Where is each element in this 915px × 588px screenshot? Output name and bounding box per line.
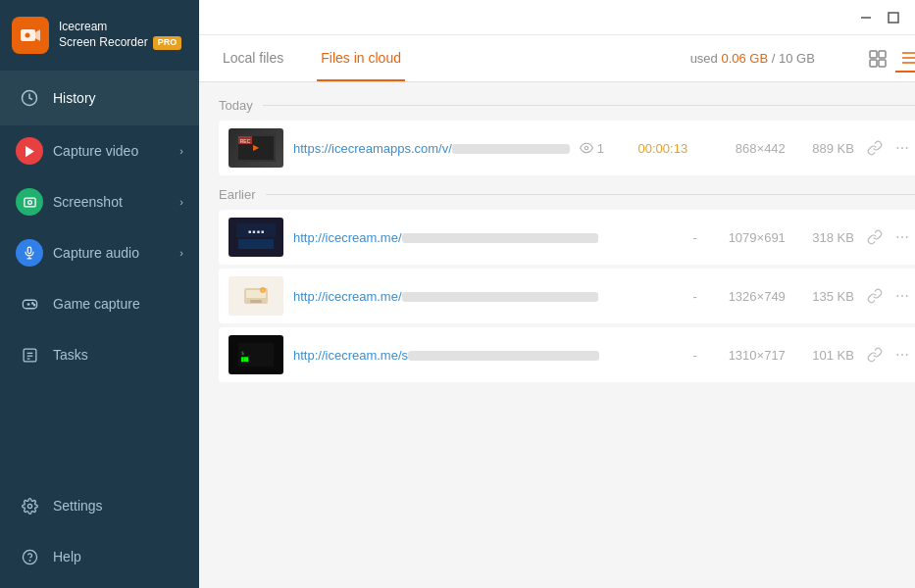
table-row: ! http://icecream.me/ - 1326×749 135 KB: [219, 269, 915, 323]
file-dims: 1326×749: [707, 289, 786, 304]
file-views: 1: [580, 141, 619, 156]
tasks-icon: [16, 341, 43, 368]
more-options-button[interactable]: [891, 344, 913, 366]
svg-point-39: [896, 147, 898, 149]
sidebar-item-screenshot[interactable]: Screenshot ›: [0, 176, 199, 227]
svg-point-46: [896, 236, 898, 238]
svg-point-14: [33, 304, 34, 305]
copy-link-button[interactable]: [864, 226, 886, 248]
storage-info: used 0.06 GB / 10 GB: [690, 51, 815, 66]
file-duration: 00:00:13: [629, 141, 697, 156]
svg-marker-1: [35, 29, 40, 41]
file-url[interactable]: http://icecream.me/: [293, 230, 609, 245]
minimize-button[interactable]: [852, 8, 880, 27]
file-dims: -: [619, 230, 697, 245]
file-size: 135 KB: [795, 289, 854, 304]
svg-point-48: [906, 236, 908, 238]
sidebar-item-capture-audio[interactable]: Capture audio ›: [0, 227, 199, 278]
file-dims: 1079×691: [707, 230, 786, 245]
screenshot-icon: [16, 188, 43, 216]
svg-rect-29: [879, 60, 886, 67]
copy-link-button[interactable]: [864, 285, 886, 307]
file-actions: [864, 285, 913, 307]
url-blurred: [402, 233, 598, 243]
file-url[interactable]: http://icecream.me/: [293, 289, 609, 304]
storage-used: 0.06 GB: [721, 51, 768, 66]
svg-point-40: [901, 147, 903, 149]
view-toggle: [864, 45, 915, 73]
svg-rect-44: [238, 239, 274, 249]
svg-text:▶: ▶: [253, 143, 260, 152]
svg-point-13: [31, 302, 32, 303]
sidebar-label-game-capture: Game capture: [53, 296, 183, 312]
file-dims: 868×442: [707, 141, 786, 156]
svg-point-64: [906, 354, 908, 356]
chevron-right-icon: ›: [179, 145, 183, 157]
more-options-button[interactable]: [891, 137, 913, 159]
file-actions: [864, 137, 913, 159]
tab-local-files[interactable]: Local files: [219, 36, 287, 81]
chevron-right-icon-2: ›: [179, 196, 183, 208]
file-actions: [864, 226, 913, 248]
svg-point-63: [901, 354, 903, 356]
sidebar-item-settings[interactable]: Settings: [0, 480, 199, 531]
svg-marker-4: [25, 145, 34, 156]
help-icon: [16, 543, 43, 570]
file-size: 889 KB: [795, 141, 854, 156]
app-header: Icecream Screen Recorder PRO: [0, 0, 199, 71]
svg-point-19: [27, 504, 31, 508]
more-options-button[interactable]: [891, 285, 913, 307]
file-thumbnail: ■ ■ ■ ■: [229, 218, 283, 257]
sidebar-item-help[interactable]: Help: [0, 531, 199, 582]
svg-point-55: [896, 295, 898, 297]
svg-point-41: [906, 147, 908, 149]
maximize-button[interactable]: [880, 8, 907, 27]
svg-rect-52: [250, 300, 262, 303]
sidebar-item-game-capture[interactable]: Game capture: [0, 278, 199, 329]
svg-point-6: [27, 200, 31, 204]
file-url[interactable]: http://icecream.me/s: [293, 348, 609, 363]
sidebar-item-history[interactable]: History: [0, 71, 199, 125]
app-name-line2: Screen Recorder PRO: [59, 35, 181, 51]
capture-audio-icon: [16, 239, 43, 267]
file-url[interactable]: https://icecreamapps.com/v/: [293, 141, 570, 156]
copy-link-button[interactable]: [864, 137, 886, 159]
svg-point-38: [585, 146, 588, 150]
settings-icon: [16, 492, 43, 519]
svg-rect-26: [870, 51, 877, 58]
game-icon: [16, 290, 43, 318]
svg-point-56: [901, 295, 903, 297]
copy-link-button[interactable]: [864, 344, 886, 366]
table-row: $ _ ███ http://icecream.me/s - 1310×717 …: [219, 327, 915, 382]
tab-files-in-cloud[interactable]: Files in cloud: [317, 36, 405, 81]
app-title-block: Icecream Screen Recorder PRO: [59, 20, 181, 50]
url-blurred: [402, 292, 598, 302]
tabbar: Local files Files in cloud used 0.06 GB …: [199, 35, 915, 82]
svg-point-20: [23, 550, 36, 564]
section-earlier: Earlier: [219, 187, 915, 202]
file-size: 101 KB: [795, 348, 854, 363]
sidebar-label-capture-video: Capture video: [53, 143, 179, 159]
section-today: Today: [219, 98, 915, 113]
grid-view-button[interactable]: [864, 45, 891, 73]
svg-rect-27: [879, 51, 886, 58]
sidebar-label-screenshot: Screenshot: [53, 194, 179, 210]
file-dims: 1310×717: [707, 348, 786, 363]
list-view-button[interactable]: [895, 45, 915, 73]
sidebar-item-tasks[interactable]: Tasks: [0, 329, 199, 380]
file-views: -: [619, 348, 697, 363]
pro-badge: PRO: [153, 36, 182, 50]
table-row: ■ ■ ■ ■ http://icecream.me/ - 1079×691 3…: [219, 210, 915, 265]
sidebar-item-capture-video[interactable]: Capture video ›: [0, 125, 199, 176]
more-options-button[interactable]: [891, 226, 913, 248]
main-panel: Local files Files in cloud used 0.06 GB …: [199, 0, 915, 588]
svg-text:!: !: [262, 288, 263, 293]
url-blurred: [408, 351, 599, 361]
storage-separator: /: [768, 51, 779, 66]
svg-point-2: [25, 33, 30, 38]
close-button[interactable]: [907, 8, 915, 27]
svg-rect-5: [24, 198, 34, 207]
svg-text:REC: REC: [240, 138, 251, 144]
url-blurred: [452, 144, 570, 154]
sidebar-label-history: History: [53, 90, 183, 106]
